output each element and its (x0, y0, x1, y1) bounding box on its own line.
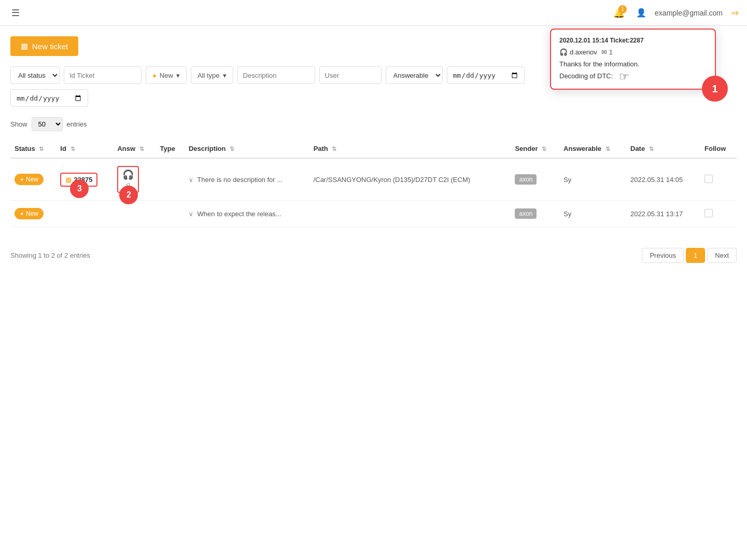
notif-user-row: 🎧 d.axenov ✉ 1 (559, 48, 707, 56)
notif-user-icon: 🎧 (559, 48, 568, 56)
status-star-icon: ✦ (20, 177, 24, 183)
status-text-2: New (26, 210, 38, 217)
new-filter-arrow: ▾ (176, 72, 180, 79)
notif-datetime: 2020.12.01 15:14 Ticket:2287 (559, 37, 707, 44)
header: ☰ 🔔 1 👤 example@gmail.com ⇒ (0, 0, 747, 26)
notif-message-line2: Decoding of DTC: (559, 72, 613, 80)
status-badge-new-1: ✦ New (15, 174, 44, 185)
path-cell-2 (309, 201, 511, 227)
follow-checkbox-2[interactable] (704, 209, 713, 217)
annotation-circle-1: 1 (702, 76, 728, 102)
id-cell-2 (56, 201, 113, 227)
all-type-filter-button[interactable]: All type ▾ (191, 66, 233, 84)
id-cell-1: ▦ 22875 3 (56, 158, 113, 201)
status-badge-new-2: ✦ New (15, 208, 44, 219)
notif-message-line1: Thanks for the information. (559, 60, 640, 68)
notification-button[interactable]: 🔔 1 (610, 4, 628, 22)
new-filter-button[interactable]: ● New ▾ (146, 66, 187, 84)
filters-row-2 (10, 89, 737, 107)
sort-path-icon: ⇅ (332, 146, 336, 152)
col-answ: Answ ⇅ (113, 139, 156, 158)
sender-cell-1: axon (511, 158, 559, 201)
previous-button[interactable]: Previous (642, 248, 684, 263)
type-cell-1 (156, 158, 185, 201)
status-star-icon-2: ✦ (20, 211, 24, 217)
headset-icon-1: 🎧 (122, 169, 134, 180)
desc-toggle-1[interactable]: ∨ (189, 176, 193, 184)
table-row: ✦ New ∨ When to expect the releas... axo… (10, 201, 737, 227)
next-button[interactable]: Next (707, 248, 737, 263)
notification-popup: 2020.12.01 15:14 Ticket:2287 🎧 d.axenov … (550, 29, 716, 90)
status-filter[interactable]: All status (10, 66, 60, 84)
status-text-1: New (26, 176, 38, 183)
col-answerable: Answerable ⇅ (559, 139, 626, 158)
all-type-arrow: ▾ (223, 72, 227, 79)
path-cell-1: /Car/SSANGYONG/Kyron (D135)/D27DT C2I (E… (309, 158, 511, 201)
follow-cell-1 (700, 158, 737, 201)
col-path: Path ⇅ (309, 139, 511, 158)
col-sender: Sender ⇅ (511, 139, 559, 158)
col-description: Description ⇅ (185, 139, 309, 158)
table-header-row: Status ⇅ Id ⇅ Answ ⇅ Type Description ⇅ … (10, 139, 737, 158)
table-row: ✦ New ▦ 22875 3 (10, 158, 737, 201)
col-status: Status ⇅ (10, 139, 56, 158)
annotation-circle-3: 3 (70, 179, 89, 198)
new-ticket-button[interactable]: ▦ New ticket (10, 36, 78, 56)
notif-user-name: 🎧 d.axenov (559, 48, 597, 56)
sort-desc-icon: ⇅ (230, 146, 234, 152)
tickets-table: Status ⇅ Id ⇅ Answ ⇅ Type Description ⇅ … (10, 139, 737, 227)
description-input[interactable] (237, 66, 315, 84)
table-container: Status ⇅ Id ⇅ Answ ⇅ Type Description ⇅ … (10, 139, 737, 227)
notification-badge: 1 (618, 5, 627, 13)
follow-cell-2 (700, 201, 737, 227)
user-input[interactable] (319, 66, 382, 84)
user-icon: 👤 (636, 8, 646, 18)
sort-date-icon: ⇅ (649, 146, 654, 152)
sort-id-icon: ⇅ (71, 146, 75, 152)
date-cell-1: 2022.05.31 14:05 (626, 158, 700, 201)
logout-button[interactable]: ⇒ (731, 7, 739, 19)
new-ticket-label: New ticket (32, 42, 68, 51)
header-right: 🔔 1 👤 example@gmail.com ⇒ (610, 4, 739, 22)
show-label: Show (10, 120, 27, 128)
col-date: Date ⇅ (626, 139, 700, 158)
entries-select[interactable]: 50 10 25 100 (32, 117, 63, 131)
id-ticket-input[interactable] (64, 66, 142, 84)
annotation-circle-2: 2 (119, 186, 138, 204)
hamburger-button[interactable]: ☰ (8, 4, 23, 22)
notif-email: ✉ 1 (601, 48, 613, 56)
answ-cell-1: 🎧 🔒 2 (113, 158, 156, 201)
new-filter-dot: ● (152, 72, 157, 79)
notif-email-icon: ✉ (601, 48, 607, 56)
cursor-hand-icon: ☞ (619, 70, 629, 83)
id-annotation-1: ▦ 22875 3 (60, 173, 98, 187)
col-id: Id ⇅ (56, 139, 113, 158)
new-filter-label: New (160, 72, 173, 79)
status-cell-1: ✦ New (10, 158, 56, 201)
page-1-button[interactable]: 1 (686, 248, 705, 263)
path-text-1: /Car/SSANGYONG/Kyron (D135)/D27DT C2I (E… (314, 176, 470, 184)
pagination-controls: Previous 1 Next (642, 248, 737, 263)
col-type: Type (156, 139, 185, 158)
sender-badge-1: axon (515, 174, 537, 185)
answerable-filter[interactable]: Answerable (386, 66, 443, 84)
notif-message: Thanks for the information. Decoding of … (559, 60, 707, 81)
sender-cell-2: axon (511, 201, 559, 227)
id-icon-1: ▦ (65, 176, 72, 184)
desc-toggle-2[interactable]: ∨ (189, 211, 193, 218)
date-cell-2: 2022.05.31 13:17 (626, 201, 700, 227)
pagination-area: Showing 1 to 2 of 2 entries Previous 1 N… (10, 243, 737, 263)
date-from-input[interactable] (447, 66, 525, 84)
date-to-input[interactable] (10, 89, 88, 107)
sort-answerable-icon: ⇅ (605, 146, 610, 152)
entries-label: entries (67, 120, 87, 128)
main-content: ▦ New ticket All status ● New ▾ All type… (0, 26, 747, 560)
desc-cell-1: ∨ There is no description for ... (185, 158, 309, 201)
follow-checkbox-1[interactable] (704, 175, 713, 183)
desc-cell-2: ∨ When to expect the releas... (185, 201, 309, 227)
sort-answ-icon: ⇅ (139, 146, 144, 152)
desc-text-2: When to expect the releas... (198, 210, 281, 218)
header-left: ☰ (8, 4, 23, 22)
pagination-info: Showing 1 to 2 of 2 entries (10, 251, 90, 259)
desc-text-1: There is no description for ... (197, 176, 283, 184)
